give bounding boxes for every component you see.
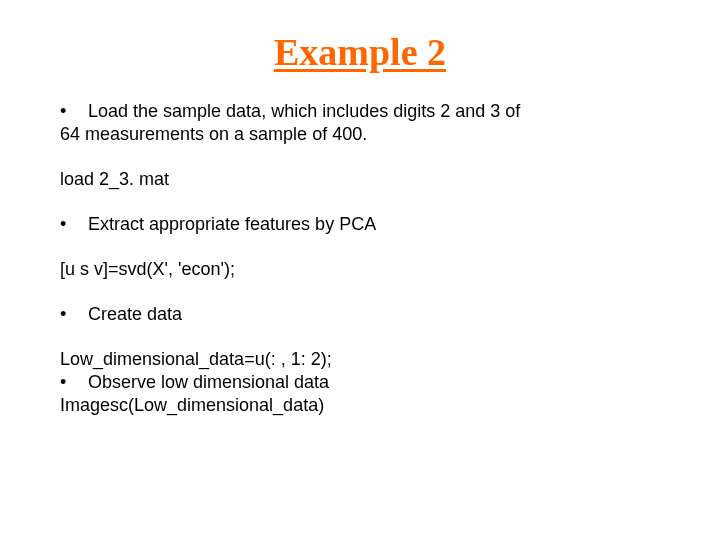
code-line-2: [u s v]=svd(X', 'econ');: [60, 258, 660, 281]
code-line-4: Imagesc(Low_dimensional_data): [60, 394, 660, 417]
bullet-item-4: •Observe low dimensional data: [60, 371, 660, 394]
slide: Example 2 •Load the sample data, which i…: [0, 0, 720, 540]
bullet-item-3: •Create data: [60, 303, 660, 326]
bullet-text-1b: 64 measurements on a sample of 400.: [60, 124, 367, 144]
code-line-3: Low_dimensional_data=u(: , 1: 2);: [60, 348, 660, 371]
bullet-text-1a: Load the sample data, which includes dig…: [88, 101, 520, 121]
slide-body: •Load the sample data, which includes di…: [0, 74, 720, 417]
code-line-1: load 2_3. mat: [60, 168, 660, 191]
slide-title: Example 2: [0, 0, 720, 74]
bullet-item-1: •Load the sample data, which includes di…: [60, 100, 660, 146]
bullet-glyph: •: [60, 100, 88, 123]
bullet-text-4: Observe low dimensional data: [88, 372, 329, 392]
bullet-text-3: Create data: [88, 304, 182, 324]
bullet-item-2: •Extract appropriate features by PCA: [60, 213, 660, 236]
bullet-glyph: •: [60, 303, 88, 326]
bullet-glyph: •: [60, 213, 88, 236]
bullet-glyph: •: [60, 371, 88, 394]
bullet-text-2: Extract appropriate features by PCA: [88, 214, 376, 234]
